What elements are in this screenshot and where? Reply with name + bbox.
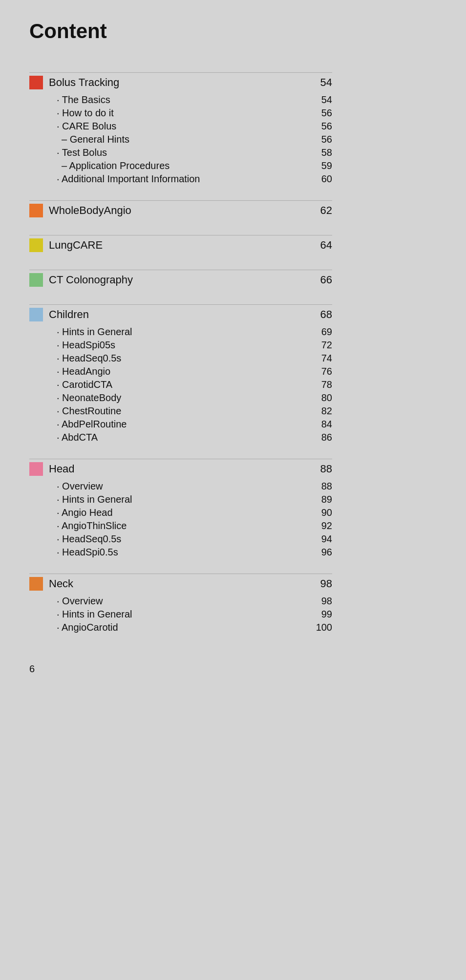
section-head: Head88· Overview88· Hints in General89· … [29,459,332,559]
list-item-page: 74 [313,353,332,364]
list-item-page: 99 [313,609,332,620]
section-header-neck[interactable]: Neck98 [29,574,332,594]
list-item[interactable]: · Overview98 [57,595,332,608]
list-item[interactable]: · HeadAngio76 [57,365,332,378]
list-item[interactable]: · How to do it56 [57,107,332,120]
section-page-neck: 98 [313,577,332,590]
list-item[interactable]: · The Basics54 [57,93,332,107]
list-item-label: – General Hints [62,134,313,145]
list-item-label: · The Basics [57,94,313,106]
list-item[interactable]: · CARE Bolus56 [57,120,332,133]
list-item-label: · CARE Bolus [57,121,313,132]
list-item-page: 78 [313,379,332,390]
section-header-children[interactable]: Children68 [29,304,332,324]
list-item-label: · AngioCarotid [57,622,313,633]
list-item[interactable]: · HeadSpi05s72 [57,339,332,352]
list-item-page: 90 [313,507,332,518]
sub-items-neck: · Overview98· Hints in General99· AngioC… [29,595,332,634]
list-item-label: · Overview [57,481,313,492]
section-page-lung-care: 64 [313,239,332,252]
list-item[interactable]: – General Hints56 [57,133,332,146]
list-item[interactable]: · HeadSeq0.5s74 [57,352,332,365]
list-item[interactable]: · NeonateBody80 [57,391,332,405]
sub-items-children: · Hints in General69· HeadSpi05s72· Head… [29,325,332,444]
list-item[interactable]: – Application Procedures59 [57,159,332,172]
list-item-label: – Application Procedures [62,160,313,171]
section-neck: Neck98· Overview98· Hints in General99· … [29,574,332,634]
list-item-label: · HeadAngio [57,366,313,377]
list-item-page: 76 [313,366,332,377]
section-header-ct-colonography[interactable]: CT Colonography66 [29,270,332,290]
list-item-label: · Hints in General [57,494,313,505]
page-footer: 6 [29,663,437,675]
list-item[interactable]: · CarotidCTA78 [57,378,332,391]
list-item-page: 80 [313,392,332,404]
list-item-label: · HeadSpi0.5s [57,547,313,558]
section-header-lung-care[interactable]: LungCARE64 [29,235,332,255]
list-item[interactable]: · ChestRoutine82 [57,405,332,418]
list-item-label: · NeonateBody [57,392,313,404]
list-item-page: 100 [313,622,332,633]
section-title-children: Children [49,308,313,321]
list-item-page: 98 [313,596,332,607]
list-item[interactable]: · Hints in General89 [57,493,332,506]
color-indicator-children [29,308,43,321]
color-indicator-head [29,462,43,476]
section-title-bolus-tracking: Bolus Tracking [49,76,313,89]
list-item-page: 82 [313,405,332,417]
list-item-label: · Overview [57,596,313,607]
list-item[interactable]: · Angio Head90 [57,506,332,519]
section-header-head[interactable]: Head88 [29,459,332,479]
section-header-whole-body-angio[interactable]: WholeBodyAngio62 [29,200,332,220]
list-item-page: 84 [313,419,332,430]
list-item[interactable]: · HeadSpi0.5s96 [57,546,332,559]
list-item-page: 88 [313,481,332,492]
list-item[interactable]: · HeadSeq0.5s94 [57,533,332,546]
list-item-label: · How to do it [57,107,313,119]
section-title-whole-body-angio: WholeBodyAngio [49,204,313,217]
color-indicator-bolus-tracking [29,76,43,89]
color-indicator-neck [29,577,43,591]
list-item[interactable]: · AngioThinSlice92 [57,519,332,533]
color-indicator-ct-colonography [29,273,43,287]
list-item-label: · Angio Head [57,507,313,518]
list-item-label: · ChestRoutine [57,405,313,417]
list-item-label: · AbdPelRoutine [57,419,313,430]
list-item-page: 94 [313,533,332,545]
list-item-label: · AbdCTA [57,432,313,443]
section-bolus-tracking: Bolus Tracking54· The Basics54· How to d… [29,72,332,186]
section-children: Children68· Hints in General69· HeadSpi0… [29,304,332,444]
list-item[interactable]: · AbdPelRoutine84 [57,418,332,431]
color-indicator-whole-body-angio [29,204,43,217]
list-item-page: 96 [313,547,332,558]
list-item-label: · Hints in General [57,326,313,338]
list-item-page: 56 [313,121,332,132]
list-item-page: 72 [313,340,332,351]
list-item-label: · CarotidCTA [57,379,313,390]
list-item-label: · Additional Important Information [57,173,313,185]
section-whole-body-angio: WholeBodyAngio62 [29,200,332,220]
list-item[interactable]: · Hints in General69 [57,325,332,339]
list-item-label: · AngioThinSlice [57,520,313,532]
section-page-children: 68 [313,308,332,321]
section-page-bolus-tracking: 54 [313,76,332,89]
list-item[interactable]: · AngioCarotid100 [57,621,332,634]
section-title-neck: Neck [49,577,313,590]
section-page-whole-body-angio: 62 [313,204,332,217]
color-indicator-lung-care [29,238,43,252]
toc-container: Bolus Tracking54· The Basics54· How to d… [29,72,332,634]
section-title-lung-care: LungCARE [49,239,313,252]
sub-items-bolus-tracking: · The Basics54· How to do it56· CARE Bol… [29,93,332,186]
list-item[interactable]: · Hints in General99 [57,608,332,621]
list-item[interactable]: · AbdCTA86 [57,431,332,444]
list-item[interactable]: · Test Bolus58 [57,146,332,159]
list-item[interactable]: · Overview88 [57,480,332,493]
list-item-page: 86 [313,432,332,443]
list-item-label: · HeadSeq0.5s [57,533,313,545]
list-item-page: 56 [313,134,332,145]
sub-items-head: · Overview88· Hints in General89· Angio … [29,480,332,559]
section-page-ct-colonography: 66 [313,274,332,286]
list-item[interactable]: · Additional Important Information60 [57,172,332,186]
section-header-bolus-tracking[interactable]: Bolus Tracking54 [29,72,332,92]
page-title: Content [29,20,437,43]
